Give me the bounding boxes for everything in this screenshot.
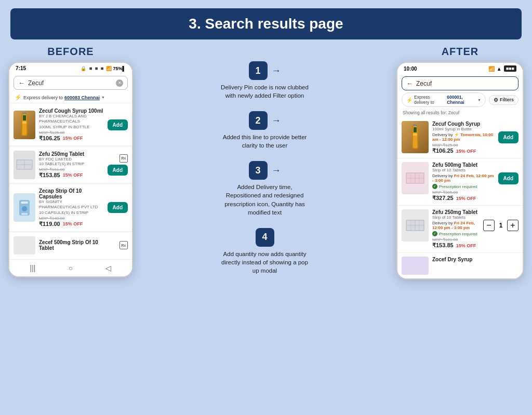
before-product-2-discount: 15% OFF xyxy=(63,172,83,178)
wifi-icon: ▲ xyxy=(497,66,502,72)
after-add-btn-2[interactable]: Add xyxy=(498,172,518,184)
rx-icon-4: Rx xyxy=(119,241,128,249)
after-product-3-form: Strip of 10 Tablets xyxy=(432,215,480,220)
after-status-time: 10:00 xyxy=(404,66,417,72)
after-product-3: Zefu 250mg Tablet Strip of 10 Tablets De… xyxy=(397,206,523,253)
before-product-3-form: 10 CAPSULE(S) IN STRIP xyxy=(39,210,104,215)
rx-icon-2: Rx xyxy=(119,154,128,163)
prescription-text-2: Prescription required xyxy=(439,184,477,189)
before-product-3-discount: 15% OFF xyxy=(63,221,83,226)
after-product-3-delivery: Delivery by Fri 24 Feb, 12:00 pm - 3:00 … xyxy=(432,221,480,230)
express-delivery-chip[interactable]: ⚡ Express delivery to 600001, Chennai ▼ xyxy=(402,92,486,107)
qty-minus-btn[interactable]: − xyxy=(483,220,495,231)
after-product-3-discount: 15% OFF xyxy=(456,243,476,248)
svg-rect-4 xyxy=(22,112,26,114)
after-product-2-mrp: MRP ₹385.00 xyxy=(432,190,495,195)
before-product-2-name: Zefu 250mg Tablet xyxy=(39,151,104,157)
annotation-text-2: Added this line to provide better clarit… xyxy=(221,133,309,150)
lightning-icon-after: ⚡ xyxy=(406,97,413,103)
after-product-2-name: Zefu 500mg Tablet xyxy=(432,162,495,168)
lightning-icon-before: ⚡ xyxy=(15,94,22,101)
product-image-3 xyxy=(14,193,35,222)
before-location[interactable]: 600083 Chennai xyxy=(64,95,100,100)
qty-plus-btn[interactable]: + xyxy=(507,220,518,231)
nav-back-icon: ◁ xyxy=(105,264,111,272)
after-product-3-name: Zefu 250mg Tablet xyxy=(432,209,480,215)
product-image-2 xyxy=(14,151,35,179)
before-product-2-details: Zefu 250mg Tablet By FDC LIMITED 10 TABL… xyxy=(39,151,104,179)
before-product-4-subname: Tablet xyxy=(39,245,116,251)
lightning-icon-prod1: ⚡ xyxy=(454,132,460,137)
after-product-3-mrp: MRP ₹181.00 xyxy=(432,237,480,242)
before-product-4-name: Zecef 500mg Strip Of 10 xyxy=(39,239,116,245)
after-section: AFTER 10:00 📶 ▲ ■■■ ← Zecuf ⚡ xyxy=(396,46,524,279)
annotation-1: 1 → Delivery Pin code is now clubbed wit… xyxy=(137,61,392,100)
filters-button[interactable]: ⚙ Filters xyxy=(489,95,518,105)
before-product-list: Zecuf Cough Syrup 100ml By J B CHEMICALS… xyxy=(9,104,132,258)
before-add-btn-3[interactable]: Add xyxy=(108,202,128,213)
before-express-bar: ⚡ Express delivery to 600083 Chennai ▼ xyxy=(9,92,132,103)
after-product-1-mrp: MRP ₹125.00 xyxy=(432,143,495,148)
svg-rect-2 xyxy=(23,115,26,121)
svg-rect-10 xyxy=(21,202,28,204)
after-product-1-name: Zecuf Cough Syrup xyxy=(432,121,495,127)
annotations-section: 1 → Delivery Pin code is now clubbed wit… xyxy=(133,46,396,275)
before-label: BEFORE xyxy=(8,46,133,58)
battery-icon: ■■■ xyxy=(504,65,516,72)
after-product-4-name: Zocef Dry Syrup xyxy=(432,257,518,262)
after-add-btn-1[interactable]: Add xyxy=(498,131,518,143)
nav-home-icon: ○ xyxy=(69,264,73,272)
search-query-before: Zecuf xyxy=(28,79,113,87)
after-phone: 10:00 📶 ▲ ■■■ ← Zecuf ⚡ Express delivery… xyxy=(396,62,524,279)
before-product-1-details: Zecuf Cough Syrup 100ml By J B CHEMICALS… xyxy=(39,108,104,142)
after-product-1-delivery: Delivery by ⚡ Tomorrow, 10:00 am - 12:00… xyxy=(432,132,495,142)
after-product-3-prescription: ✓ Prescription required xyxy=(432,231,480,236)
prescription-icon-3: ✓ xyxy=(432,231,437,236)
curved-arrow-icon: ↩ xyxy=(523,234,524,247)
annotation-num-1: 1 xyxy=(249,61,268,80)
before-status-bar: 7:15 🔒 ◾◾◾ 📶 75%▌ xyxy=(9,63,132,74)
before-product-2-price: ₹153.85 xyxy=(39,172,60,179)
svg-rect-17 xyxy=(413,124,417,126)
before-product-2-brand: By FDC LIMITED xyxy=(39,157,104,162)
before-add-btn-2[interactable]: Add xyxy=(108,165,128,176)
before-product-1-name: Zecuf Cough Syrup 100ml xyxy=(39,108,104,114)
results-label: Showing all results for: Zecuf xyxy=(397,109,523,117)
product-image-4 xyxy=(14,236,35,255)
after-product-3-details: Zefu 250mg Tablet Strip of 10 Tablets De… xyxy=(432,209,480,249)
signal-icon: 📶 xyxy=(488,66,495,72)
quantity-control: − 1 + xyxy=(483,220,518,231)
delivery-prefix-2: Delivery by xyxy=(432,173,453,178)
express-text-after: Express delivery to xyxy=(414,95,445,105)
page-title: 3. Search results page xyxy=(21,16,511,32)
annotation-right-arrow-1: → xyxy=(272,65,281,76)
before-product-3-name: Zecap Strip Of 10 Capsules xyxy=(39,188,104,199)
prescription-text-3: Prescription required xyxy=(439,232,477,236)
before-product-2: Zefu 250mg Tablet By FDC LIMITED 10 TABL… xyxy=(9,147,132,183)
svg-point-11 xyxy=(22,206,27,211)
prescription-icon-2: ✓ xyxy=(432,184,437,189)
annotation-text-1: Delivery Pin code is now clubbed with ne… xyxy=(221,83,309,100)
before-product-1-brand: By J B CHEMICALS AND PHARMACEUTICALS xyxy=(39,114,104,125)
after-product-2-discount: 15% OFF xyxy=(456,196,476,201)
annotation-right-arrow-3: → xyxy=(272,165,281,176)
after-product-2: Zefu 500mg Tablet Strip of 10 Tablets De… xyxy=(397,158,523,206)
after-product-image-3 xyxy=(402,209,429,242)
annotation-num-4: 4 xyxy=(256,228,274,247)
after-back-arrow-icon[interactable]: ← xyxy=(406,79,413,87)
before-product-1-form: 100ML SYRUP IN BOTTLE xyxy=(39,125,104,129)
before-search-bar[interactable]: ← Zecuf ✕ xyxy=(14,76,128,90)
before-add-btn-1[interactable]: Add xyxy=(108,119,128,130)
after-search-bar[interactable]: ← Zecuf xyxy=(402,76,518,90)
after-product-4: Zocef Dry Syrup xyxy=(397,253,523,278)
svg-rect-12 xyxy=(21,213,28,215)
before-product-3: Zecap Strip Of 10 Capsules By SIGNITY PH… xyxy=(9,184,132,232)
after-product-1-form: 100ml Syrup in Bottle xyxy=(432,127,495,131)
svg-rect-3 xyxy=(22,122,26,124)
back-arrow-icon[interactable]: ← xyxy=(18,79,25,87)
clear-icon[interactable]: ✕ xyxy=(116,79,123,87)
after-product-image-1 xyxy=(402,121,429,153)
before-product-4-details: Zecef 500mg Strip Of 10 Tablet xyxy=(39,239,116,251)
after-product-image-4 xyxy=(402,257,429,275)
after-product-4-details: Zocef Dry Syrup xyxy=(432,257,518,262)
